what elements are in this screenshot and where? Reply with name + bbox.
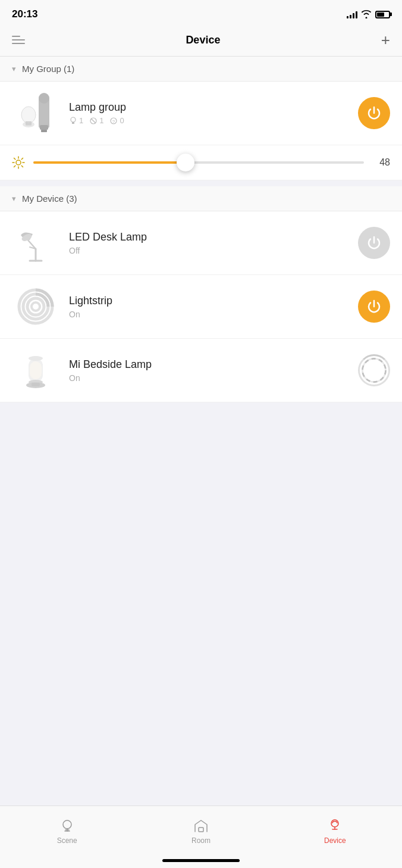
svg-rect-9	[26, 123, 32, 124]
nav-room[interactable]: Room	[134, 817, 268, 845]
svg-rect-46	[199, 828, 203, 832]
empty-area	[0, 402, 402, 522]
my-device-title: My Device (3)	[22, 193, 77, 204]
lamp-group-icon	[12, 92, 59, 134]
scene-icon	[59, 817, 76, 834]
my-group-section-header[interactable]: ▾ My Group (1)	[0, 57, 402, 82]
lightstrip-name: Lightstrip	[69, 295, 348, 307]
led-desk-lamp-icon	[12, 222, 59, 264]
svg-line-22	[21, 166, 23, 167]
lamp-group-status: 1 1 ? 0	[69, 116, 348, 125]
led-desk-lamp-status: Off	[69, 246, 348, 255]
svg-line-13	[91, 118, 96, 123]
menu-button[interactable]	[12, 36, 25, 44]
home-bar	[162, 859, 240, 862]
chevron-down-icon: ▾	[12, 64, 16, 73]
svg-line-24	[14, 166, 15, 167]
slider-fill	[33, 161, 186, 164]
nav-device[interactable]: Device	[268, 817, 402, 845]
svg-rect-7	[41, 130, 47, 132]
mi-bedside-lamp-info: Mi Bedside Lamp On	[69, 358, 348, 383]
lightstrip-info: Lightstrip On	[69, 295, 348, 319]
slider-value: 48	[372, 157, 390, 168]
my-device-section-header[interactable]: ▾ My Device (3)	[0, 186, 402, 211]
led-desk-lamp-name: LED Desk Lamp	[69, 231, 348, 243]
mi-bedside-lamp-status-text: On	[69, 373, 80, 383]
home-indicator	[0, 854, 402, 868]
bottom-navigation: Scene Room Device	[0, 805, 402, 854]
room-icon	[193, 817, 209, 834]
svg-line-21	[14, 158, 15, 160]
brightness-icon	[12, 156, 25, 169]
bulb-count-icon: 1	[69, 116, 83, 125]
lightstrip-status: On	[69, 310, 348, 319]
room-nav-label: Room	[191, 836, 211, 845]
lightstrip-icon	[12, 286, 59, 327]
slider-track	[33, 161, 364, 164]
lamp-group-power-button[interactable]	[358, 97, 390, 129]
svg-rect-11	[72, 122, 74, 124]
svg-rect-38	[32, 383, 40, 386]
status-time: 20:13	[12, 8, 37, 20]
lightstrip-card[interactable]: Lightstrip On	[0, 275, 402, 339]
question-count-icon: ? 0	[109, 116, 124, 125]
mi-bedside-lamp-loading	[358, 354, 390, 386]
my-group-title: My Group (1)	[22, 64, 74, 74]
device-active-icon	[326, 817, 343, 834]
svg-rect-8	[26, 121, 32, 123]
svg-point-5	[39, 93, 49, 104]
lightstrip-status-text: On	[69, 310, 80, 319]
led-desk-lamp-status-text: Off	[69, 246, 80, 255]
svg-line-23	[21, 158, 23, 160]
led-desk-lamp-info: LED Desk Lamp Off	[69, 231, 348, 255]
led-desk-lamp-card[interactable]: LED Desk Lamp Off	[0, 211, 402, 275]
svg-point-10	[71, 117, 76, 122]
lamp-group-info: Lamp group 1 1 ? 0	[69, 101, 348, 125]
lightstrip-image	[12, 286, 59, 327]
main-content: ▾ My Group (1) Lamp group	[0, 57, 402, 805]
page-title: Device	[186, 34, 220, 46]
svg-point-42	[63, 820, 71, 829]
slider-thumb[interactable]	[177, 154, 194, 171]
add-button[interactable]: +	[381, 32, 390, 48]
lamp-group-card[interactable]: Lamp group 1 1 ? 0	[0, 82, 402, 145]
mi-bedside-lamp-status: On	[69, 373, 348, 383]
offline-count-icon: 1	[89, 116, 103, 125]
chevron-down-icon-2: ▾	[12, 194, 16, 203]
brightness-slider-row: 48	[0, 145, 402, 180]
scene-nav-label: Scene	[57, 836, 77, 845]
led-desk-lamp-power-button[interactable]	[358, 227, 390, 259]
nav-scene[interactable]: Scene	[0, 817, 134, 845]
svg-text:?: ?	[112, 119, 115, 124]
app-header: Device +	[0, 26, 402, 57]
wifi-icon	[361, 10, 372, 18]
device-nav-label: Device	[324, 836, 346, 845]
battery-icon	[375, 11, 390, 18]
mi-bedside-lamp-image	[12, 349, 59, 391]
svg-point-35	[29, 356, 43, 361]
svg-point-32	[27, 298, 44, 315]
svg-point-33	[32, 302, 40, 311]
mi-bedside-lamp-card[interactable]: Mi Bedside Lamp On	[0, 339, 402, 402]
status-bar: 20:13	[0, 0, 402, 26]
svg-rect-6	[40, 125, 48, 130]
svg-rect-39	[30, 361, 42, 379]
spinner-icon	[360, 354, 388, 386]
signal-icon	[347, 10, 357, 18]
status-icons	[347, 10, 390, 18]
svg-point-16	[16, 160, 21, 165]
mi-bedside-lamp-icon	[12, 349, 59, 391]
brightness-slider[interactable]	[33, 154, 364, 171]
lightstrip-power-button[interactable]	[358, 291, 390, 323]
lamp-group-image	[12, 92, 59, 134]
mi-bedside-lamp-name: Mi Bedside Lamp	[69, 358, 348, 371]
lamp-group-name: Lamp group	[69, 101, 348, 114]
led-desk-lamp-image	[12, 222, 59, 264]
